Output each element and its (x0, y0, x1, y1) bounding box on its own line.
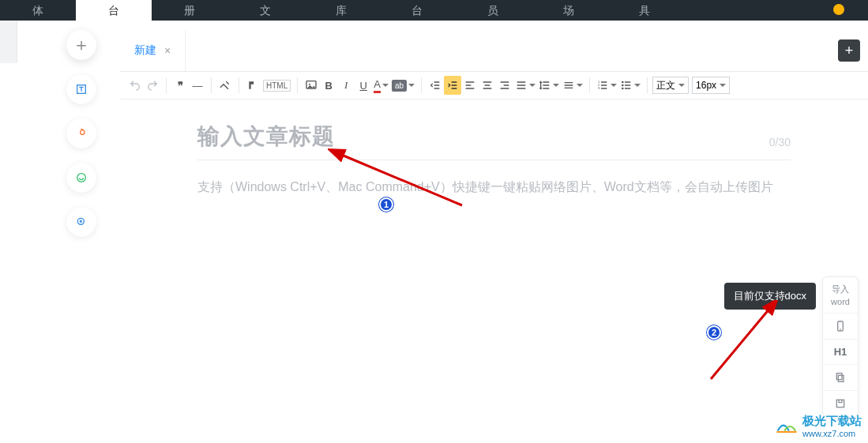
insert-image-button[interactable] (302, 76, 320, 95)
annotation-badge-2: 2 (707, 325, 721, 340)
underline-button[interactable]: U (355, 76, 372, 95)
import-word-label1: 导入 (832, 283, 849, 295)
svg-point-4 (309, 84, 310, 85)
check-button[interactable] (66, 163, 96, 193)
text-icon (75, 83, 88, 96)
font-size-select[interactable]: 16px (692, 77, 730, 94)
tab-close-icon[interactable]: × (164, 44, 171, 57)
tab-bar: 新建 × + (120, 30, 868, 71)
heading-label: H1 (834, 346, 847, 358)
phone-preview-button[interactable] (823, 313, 858, 340)
search-button[interactable] (66, 207, 96, 237)
flame-icon (75, 127, 88, 140)
article-body-input[interactable]: 支持（Windows Ctrl+V、Mac Command+V）快捷键一键粘贴网… (197, 176, 791, 199)
watermark-logo-icon (776, 419, 798, 434)
top-nav: 体 台 册 文 库 台 员 场 具 (0, 0, 868, 21)
hr-button[interactable]: — (189, 76, 206, 95)
blockquote-button[interactable]: ❞ (171, 76, 189, 95)
watermark: 极光下载站 www.xz7.com (776, 414, 862, 438)
redo-button[interactable] (144, 76, 161, 95)
bold-button[interactable]: B (320, 76, 337, 95)
clear-format-button[interactable] (216, 76, 234, 95)
search-x-icon (75, 216, 88, 228)
html-button[interactable]: HTML (261, 76, 292, 95)
svg-point-1 (77, 174, 86, 182)
editor-content: 输入文章标题 0/30 支持（Windows Ctrl+V、Mac Comman… (120, 99, 868, 199)
align-right-button[interactable] (496, 76, 513, 95)
import-word-button[interactable]: 导入 word (823, 277, 858, 313)
nav-item-7[interactable]: 场 (531, 0, 607, 21)
svg-rect-14 (836, 400, 844, 407)
article-title-input[interactable]: 输入文章标题 (197, 122, 760, 152)
watermark-url: www.xz7.com (802, 429, 862, 438)
align-left-button[interactable] (461, 76, 479, 95)
font-color-button[interactable]: A (372, 76, 390, 95)
nav-item-0[interactable]: 体 (0, 0, 76, 21)
undo-button[interactable] (126, 76, 144, 95)
svg-point-9 (622, 84, 623, 85)
svg-point-10 (622, 88, 623, 88)
align-justify-button[interactable] (513, 76, 537, 95)
nav-item-2[interactable]: 册 (152, 0, 227, 21)
new-button[interactable]: ＋ (66, 30, 96, 60)
outdent-button[interactable] (426, 76, 444, 95)
import-word-tooltip: 目前仅支持docx (724, 283, 816, 310)
tab-new[interactable]: 新建 × (120, 30, 186, 71)
indent-button[interactable] (444, 76, 461, 95)
smile-check-icon (75, 171, 88, 184)
left-toolbar: ＋ (62, 30, 101, 237)
right-float-toolbox: 导入 word H1 (822, 276, 859, 417)
watermark-title: 极光下载站 (802, 414, 862, 429)
nav-item-8[interactable]: 具 (607, 0, 682, 21)
svg-point-8 (622, 81, 623, 82)
save-icon (834, 397, 847, 410)
svg-rect-13 (836, 374, 842, 380)
line-height-button[interactable] (537, 76, 561, 95)
ordered-list-button[interactable]: 123 (595, 76, 618, 95)
svg-text:3: 3 (598, 86, 600, 90)
hot-button[interactable] (66, 118, 96, 148)
italic-button[interactable]: I (337, 76, 355, 95)
nav-item-5[interactable]: 台 (379, 0, 455, 21)
editor-card: 新建 × + ❞ — HTML B I U A ab 123 (120, 30, 868, 443)
annotation-badge-1: 1 (379, 197, 393, 212)
save-button[interactable] (823, 391, 858, 416)
import-word-label2: word (831, 297, 850, 306)
unordered-list-button[interactable] (618, 76, 642, 95)
heading-button[interactable]: H1 (823, 340, 858, 365)
spacing-button[interactable] (561, 76, 584, 95)
svg-rect-12 (838, 375, 844, 381)
left-gutter (0, 21, 17, 63)
align-center-button[interactable] (479, 76, 496, 95)
bg-color-button[interactable]: ab (390, 76, 416, 95)
phone-icon (834, 320, 847, 332)
tab-label: 新建 (134, 43, 156, 58)
nav-item-4[interactable]: 库 (303, 0, 379, 21)
nav-item-6[interactable]: 员 (455, 0, 531, 21)
notification-dot[interactable] (833, 4, 844, 15)
format-brush-button[interactable] (244, 76, 261, 95)
editor-toolbar: ❞ — HTML B I U A ab 123 正文 16px (120, 71, 868, 99)
nav-item-3[interactable]: 文 (227, 0, 303, 21)
copy-icon (834, 371, 847, 384)
copy-button[interactable] (823, 365, 858, 391)
text-tool-button[interactable] (66, 74, 96, 104)
nav-item-1[interactable]: 台 (76, 0, 152, 21)
add-tab-button[interactable]: + (838, 39, 860, 62)
paragraph-style-select[interactable]: 正文 (652, 77, 689, 94)
title-char-counter: 0/30 (769, 136, 791, 148)
